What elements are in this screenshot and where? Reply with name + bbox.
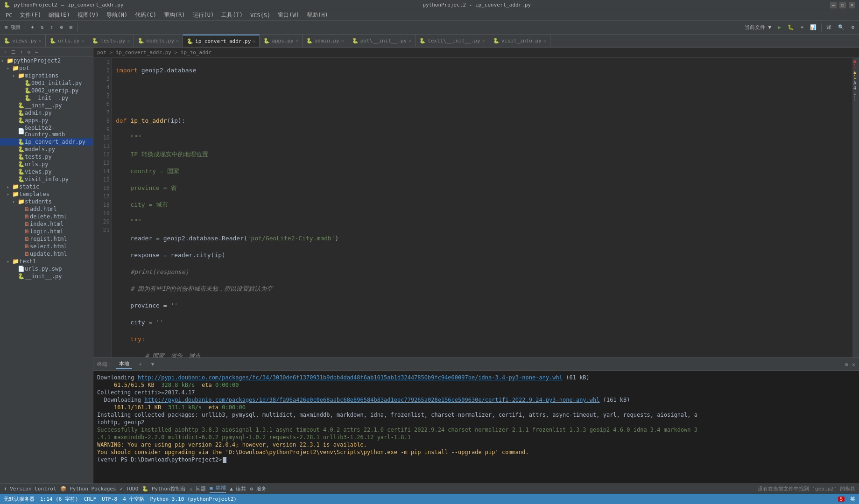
tree-item-apps[interactable]: ▸ 🐍 apps.py <box>0 117 93 124</box>
tree-item-migrations-init[interactable]: ▸ 🐍 __init__.py <box>0 94 93 102</box>
menu-window[interactable]: 窗口(W) <box>274 10 303 20</box>
tab-urls-close[interactable]: ✕ <box>81 38 84 43</box>
tree-item-add[interactable]: ▸ 🗎 add.html <box>0 205 93 213</box>
debug-button[interactable]: 🐛 <box>785 23 797 31</box>
terminal-tab-dropdown[interactable]: ▼ <box>148 360 157 368</box>
tree-item-admin[interactable]: ▸ 🐍 admin.py <box>0 109 93 117</box>
menu-run[interactable]: 运行(U) <box>189 10 218 20</box>
menu-file[interactable]: 文件(F) <box>16 10 45 20</box>
bottom-todo[interactable]: ✓ TODO <box>120 486 139 492</box>
run-config-selector[interactable]: 当前文件 ▼ <box>742 23 774 32</box>
sidebar-collapse-btn[interactable]: — <box>33 49 40 56</box>
tree-item-pot[interactable]: ▾ 📁 pot <box>0 64 93 72</box>
tree-item-templates[interactable]: ▾ 📁 templates <box>0 190 93 198</box>
tab-apps[interactable]: 🐍 apps.py ✕ <box>260 35 302 47</box>
tree-item-regist[interactable]: ▸ 🗎 regist.html <box>0 235 93 243</box>
terminal-content[interactable]: Downloading http://pypi.doubanio.com/pac… <box>93 371 859 483</box>
sidebar-add-btn[interactable]: + <box>2 49 8 56</box>
tab-views-close[interactable]: ✕ <box>39 38 42 43</box>
bottom-problems[interactable]: ⚠ 问题 <box>190 485 206 492</box>
tab-admin[interactable]: 🐍 admin.py ✕ <box>303 35 348 47</box>
tree-item-visit-info[interactable]: ▸ 🐍 visit_info.py <box>0 175 93 183</box>
tree-item-update[interactable]: ▸ 🗎 update.html <box>0 250 93 258</box>
bottom-python-console[interactable]: 🐍 Python控制台 <box>142 485 185 492</box>
maximize-button[interactable]: ☐ <box>839 2 846 8</box>
tree-item-urls[interactable]: ▸ 🐍 urls.py <box>0 161 93 168</box>
bottom-run[interactable]: ▲ 读共 <box>230 485 246 492</box>
tree-item-select[interactable]: ▸ 🗎 select.html <box>0 243 93 250</box>
menu-help[interactable]: 帮助(H) <box>303 10 332 20</box>
sidebar-layout-btn[interactable]: ☰ <box>9 49 17 56</box>
tab-urls[interactable]: 🐍 urls.py ✕ <box>46 35 88 47</box>
menu-pc[interactable]: PC <box>2 11 16 20</box>
sidebar-up-btn[interactable]: ↑ <box>18 49 25 56</box>
coverage-button[interactable]: ☂ <box>798 23 807 31</box>
terminal-close-btn[interactable]: ✕ <box>852 361 855 368</box>
profile-button[interactable]: 📊 <box>807 23 819 31</box>
tree-item-text1[interactable]: ▾ 📁 text1 <box>0 258 93 265</box>
code-editor[interactable]: import geoip2.database def ip_to_addr(ip… <box>112 58 852 357</box>
tree-item-pot-init[interactable]: ▸ 🐍 __init__.py <box>0 102 93 109</box>
tree-item-login[interactable]: ▸ 🗎 login.html <box>0 228 93 235</box>
toolbar-sync[interactable]: ⇅ <box>38 23 47 31</box>
tree-item-geolite[interactable]: ▸ 📄 GeoLite2-Country.mmdb <box>0 124 93 138</box>
tab-visit-info-close[interactable]: ✕ <box>543 38 546 43</box>
settings-icon[interactable]: ⚙ <box>848 23 857 31</box>
tree-item-static[interactable]: ▸ 📁 static <box>0 183 93 190</box>
tab-visit-info[interactable]: 🐍 visit_info.py ✕ <box>489 35 550 47</box>
terminal-tab-add[interactable]: + <box>136 360 145 368</box>
close-button[interactable]: ✕ <box>849 2 855 8</box>
menu-vcs[interactable]: VCS(S) <box>246 11 274 20</box>
tree-item-text1-init[interactable]: ▸ 🐍 __init__.py <box>0 273 93 280</box>
tab-views[interactable]: 🐍 views.py ✕ <box>0 35 46 47</box>
terminal-tab-local[interactable]: 本地 <box>116 359 132 369</box>
minimize-button[interactable]: — <box>830 2 837 8</box>
title-bar-right[interactable]: — ☐ ✕ <box>830 2 855 8</box>
terminal-settings-btn[interactable]: ⚙ <box>845 361 848 368</box>
bottom-python-packages[interactable]: 📦 Python Packages <box>60 486 116 492</box>
translate-button[interactable]: 译 <box>824 23 834 32</box>
tab-pot-init-close[interactable]: ✕ <box>408 38 411 43</box>
tree-item-delete[interactable]: ▸ 🗎 delete.html <box>0 213 93 220</box>
tab-pot-init[interactable]: 🐍 pot\__init__.py ✕ <box>348 35 415 47</box>
tree-item-0001[interactable]: ▸ 🐍 0001_initial.py <box>0 79 93 87</box>
code-line-13: #print(response) <box>116 268 849 276</box>
tab-models[interactable]: 🐍 models.py ✕ <box>134 35 183 47</box>
toolbar-add[interactable]: + <box>28 23 37 31</box>
menu-refactor[interactable]: 重构(R) <box>160 10 189 20</box>
toolbar-settings[interactable]: ⚙ <box>57 23 66 31</box>
tree-item-views[interactable]: ▸ 🐍 views.py <box>0 168 93 175</box>
menu-code[interactable]: 代码(C) <box>131 10 160 20</box>
tree-item-index[interactable]: ▸ 🗎 index.html <box>0 220 93 228</box>
tree-item-0002[interactable]: ▸ 🐍 0002_userip.py <box>0 87 93 94</box>
sidebar-settings-btn[interactable]: ⚙ <box>26 49 32 56</box>
menu-view[interactable]: 视图(V) <box>74 10 103 20</box>
menu-edit[interactable]: 编辑(E) <box>45 10 74 20</box>
bottom-services[interactable]: ⚙ 服务 <box>250 485 266 492</box>
tab-models-close[interactable]: ✕ <box>176 38 179 43</box>
tab-text1-init[interactable]: 🐍 text1\__init__.py ✕ <box>415 35 489 47</box>
tree-item-tests[interactable]: ▸ 🐍 tests.py <box>0 153 93 161</box>
search-button[interactable]: 🔍 <box>835 23 847 31</box>
project-toolbar-btn[interactable]: ≡ 项目 <box>2 23 24 32</box>
tab-ip-convert[interactable]: 🐍 ip_convert_addr.py ✕ <box>183 35 260 47</box>
tab-text1-init-close[interactable]: ✕ <box>482 38 485 43</box>
tab-tests-close[interactable]: ✕ <box>127 38 130 43</box>
bottom-terminal-tab[interactable]: ▣ 终端 <box>210 484 226 493</box>
tree-item-ip-convert[interactable]: ▸ 🐍 ip_convert_addr.py <box>0 138 93 146</box>
tree-item-models[interactable]: ▸ 🐍 models.py <box>0 146 93 153</box>
tree-item-swp[interactable]: ▸ 📄 urls.py.swp <box>0 265 93 273</box>
tree-item-project[interactable]: ▾ 📁 pythonProject2 <box>0 57 93 64</box>
toolbar-commit[interactable]: ↑ <box>48 23 56 31</box>
menu-nav[interactable]: 导航(N) <box>103 10 132 20</box>
tab-ip-convert-close[interactable]: ✕ <box>253 39 255 44</box>
tab-tests[interactable]: 🐍 tests.py ✕ <box>88 35 134 47</box>
toolbar-expand[interactable]: ⊞ <box>67 23 76 31</box>
tab-apps-close[interactable]: ✕ <box>296 38 298 43</box>
tab-admin-close[interactable]: ✕ <box>341 38 344 43</box>
tree-item-students[interactable]: ▾ 📁 students <box>0 198 93 205</box>
menu-tools[interactable]: 工具(T) <box>218 10 246 20</box>
bottom-version-control[interactable]: ⬆ Version Control <box>4 486 56 492</box>
tree-item-migrations[interactable]: ▾ 📁 migrations <box>0 72 93 79</box>
run-button[interactable]: ▶ <box>775 23 784 31</box>
